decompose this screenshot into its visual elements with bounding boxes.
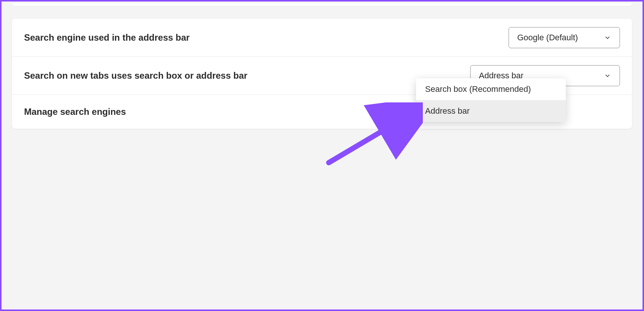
dropdown-option-search-box[interactable]: Search box (Recommended) xyxy=(416,78,566,100)
panel-sliver xyxy=(12,3,632,6)
label-new-tab-search: Search on new tabs uses search box or ad… xyxy=(24,70,248,81)
select-search-engine-value: Google (Default) xyxy=(517,33,578,43)
label-manage-search-engines: Manage search engines xyxy=(24,107,126,117)
select-search-engine[interactable]: Google (Default) xyxy=(509,27,620,48)
chevron-down-icon xyxy=(604,72,611,79)
row-search-engine: Search engine used in the address bar Go… xyxy=(12,19,632,57)
dropdown-option-address-bar[interactable]: Address bar xyxy=(416,100,566,122)
dropdown-new-tab-search: Search box (Recommended) Address bar xyxy=(416,78,566,122)
chevron-down-icon xyxy=(604,34,611,41)
label-search-engine: Search engine used in the address bar xyxy=(24,32,190,43)
